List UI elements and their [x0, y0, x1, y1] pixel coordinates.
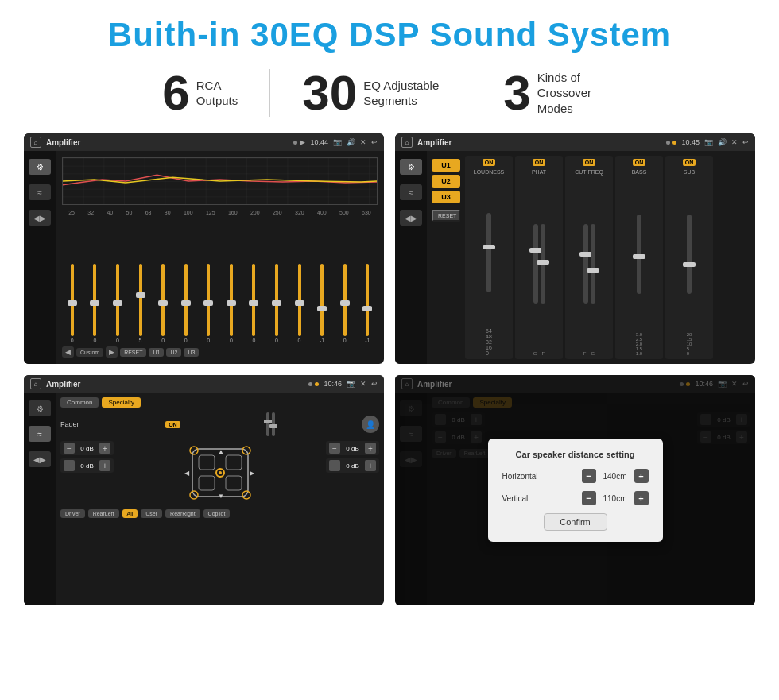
cross-camera-icon: 📷 [704, 138, 713, 146]
horizontal-minus-button[interactable]: − [582, 469, 596, 483]
eq-slider-0[interactable]: 0 [62, 264, 83, 343]
status-dot [293, 141, 297, 145]
fader-plus-tr[interactable]: + [365, 443, 376, 454]
fader-plus-bl[interactable]: + [99, 460, 110, 471]
phat-slider2[interactable] [541, 224, 545, 304]
fader-topbar-icons [308, 382, 319, 386]
eq-preset-label: Custom [76, 348, 103, 357]
eq-slider-4[interactable]: 0 [153, 264, 173, 343]
bass-slider[interactable] [637, 215, 641, 294]
eq-slider-3[interactable]: 5 [130, 264, 151, 343]
eq-slider-1[interactable]: 0 [85, 264, 106, 343]
fader-title: Amplifier [46, 380, 304, 389]
fader-on-badge[interactable]: ON [165, 421, 180, 428]
eq-slider-7[interactable]: 0 [221, 264, 242, 343]
eq-slider-5[interactable]: 0 [176, 264, 196, 343]
vertical-plus-button[interactable]: + [634, 491, 649, 505]
btn-rearright[interactable]: RearRight [165, 509, 200, 518]
eq-reset-button[interactable]: RESET [120, 348, 146, 357]
eq-slider-13[interactable]: -1 [358, 264, 378, 343]
fader-minus-tr[interactable]: − [329, 443, 340, 454]
fader-back-icon[interactable]: ↩ [371, 380, 378, 388]
btn-rearleft[interactable]: RearLeft [88, 509, 119, 518]
eq-slider-9[interactable]: 0 [266, 264, 287, 343]
vertical-label: Vertical [502, 494, 529, 503]
eq-next-button[interactable]: ▶ [106, 346, 118, 358]
phat-on-badge[interactable]: ON [533, 159, 546, 166]
cross-wave-icon[interactable]: ≈ [400, 184, 422, 200]
tab-specialty[interactable]: Specialty [102, 397, 140, 408]
cutfreq-slider[interactable] [583, 224, 588, 304]
cross-reset-button[interactable]: RESET [432, 210, 460, 222]
eq-slider-12[interactable]: 0 [335, 264, 355, 343]
eq-slider-2[interactable]: 0 [107, 264, 128, 343]
fader-minus-bl[interactable]: − [64, 460, 75, 471]
svg-rect-4 [199, 476, 215, 490]
eq-speaker-icon[interactable]: ◀▶ [29, 210, 51, 226]
fader-plus-tl[interactable]: + [99, 443, 110, 454]
eq-slider-8[interactable]: 0 [244, 264, 265, 343]
fader-h-slider2[interactable] [272, 412, 275, 436]
svg-text:▲: ▲ [218, 448, 224, 455]
loudness-slider[interactable] [486, 213, 491, 292]
eq-settings-icon[interactable]: ⚙ [29, 159, 51, 175]
cutfreq-label: CUT FREQ [575, 169, 603, 175]
tab-common[interactable]: Common [60, 397, 99, 408]
cross-u3-button[interactable]: U3 [432, 191, 460, 203]
close-icon[interactable]: ✕ [360, 138, 366, 146]
phat-labels: GF [533, 351, 545, 356]
fader-minus-br[interactable]: − [329, 460, 340, 471]
cutfreq-on-badge[interactable]: ON [583, 159, 596, 166]
btn-user[interactable]: User [141, 509, 162, 518]
btn-all[interactable]: All [122, 509, 138, 518]
play-icon: ▶ [300, 138, 305, 146]
fader-speaker-icon[interactable]: ◀▶ [29, 451, 51, 467]
cross-settings-icon[interactable]: ⚙ [400, 159, 422, 175]
btn-copilot[interactable]: Copilot [203, 509, 231, 518]
eq-u3-button[interactable]: U3 [184, 348, 199, 357]
eq-time: 10:44 [310, 138, 328, 146]
sub-slider[interactable] [687, 215, 692, 294]
cross-u2-button[interactable]: U2 [432, 175, 460, 188]
eq-slider-6[interactable]: 0 [198, 264, 219, 343]
fader-bottom-buttons: Driver RearLeft All User RearRight Copil… [60, 509, 379, 518]
cross-back-icon[interactable]: ↩ [742, 138, 749, 146]
bass-on-badge[interactable]: ON [633, 159, 646, 166]
eq-slider-10[interactable]: 0 [289, 264, 310, 343]
horizontal-row: Horizontal − 140cm + [502, 469, 649, 483]
eq-prev-button[interactable]: ◀ [62, 346, 74, 358]
loudness-scale: 644832160 [486, 328, 492, 356]
home-icon[interactable]: ⌂ [30, 137, 41, 148]
sub-channel: ON SUB 20151050 [665, 156, 713, 359]
home-icon-fader[interactable]: ⌂ [30, 378, 41, 389]
home-icon-cross[interactable]: ⌂ [401, 137, 413, 148]
confirm-button[interactable]: Confirm [544, 513, 607, 531]
eq-u2-button[interactable]: U2 [166, 348, 181, 357]
cutfreq-slider2[interactable] [591, 224, 595, 304]
phat-label: PHAT [532, 169, 546, 175]
cross-sidebar: ⚙ ≈ ◀▶ [395, 151, 427, 364]
fader-wave-icon[interactable]: ≈ [29, 426, 51, 442]
cross-speaker-icon[interactable]: ◀▶ [400, 210, 422, 226]
btn-driver[interactable]: Driver [60, 509, 85, 518]
cutfreq-channel: ON CUT FREQ [565, 156, 613, 359]
sub-on-badge[interactable]: ON [683, 159, 696, 166]
eq-slider-11[interactable]: -1 [312, 264, 332, 343]
fader-settings-icon[interactable]: ⚙ [29, 400, 51, 416]
horizontal-plus-button[interactable]: + [634, 469, 649, 483]
fader-minus-tl[interactable]: − [64, 443, 75, 454]
cross-topbar-icons [666, 141, 676, 145]
fader-close-icon[interactable]: ✕ [360, 380, 366, 388]
fader-plus-br[interactable]: + [365, 460, 376, 471]
main-title: Buith-in 30EQ DSP Sound System [24, 16, 755, 54]
cross-close-icon[interactable]: ✕ [731, 138, 738, 146]
stat-label-eq: EQ Adjustable Segments [363, 78, 439, 109]
cross-main-layout: U1 U2 U3 RESET ON LOU [427, 151, 755, 364]
vertical-minus-button[interactable]: − [582, 491, 596, 505]
eq-wave-icon[interactable]: ≈ [29, 184, 51, 200]
loudness-on-badge[interactable]: ON [483, 159, 496, 166]
cross-u1-button[interactable]: U1 [432, 159, 460, 172]
fader-sliders-h [266, 412, 275, 436]
eq-u1-button[interactable]: U1 [149, 348, 164, 357]
back-icon[interactable]: ↩ [371, 138, 378, 146]
